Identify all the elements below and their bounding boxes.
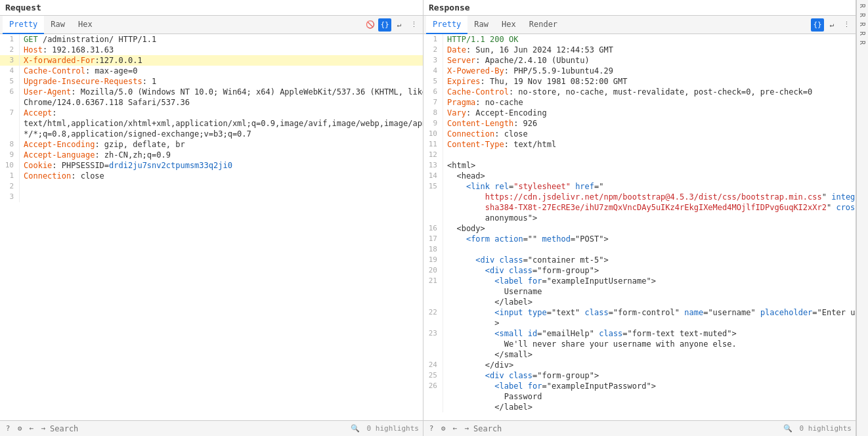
request-line-5: 5 Upgrade-Insecure-Requests: 1 (0, 76, 423, 87)
response-line-15a: 15 <link rel="stylesheet" href=" (423, 181, 856, 192)
response-gear-icon[interactable]: ⚙ (438, 424, 448, 434)
request-line-13: 3 (0, 192, 423, 202)
response-line-21b: Username (423, 286, 856, 297)
request-format-icon[interactable]: {} (378, 18, 391, 32)
response-line-26a: 26 <label for="exampleInputPassword"> (423, 381, 856, 391)
response-bottom-section: ? ⚙ ← → 🔍 (423, 424, 796, 434)
tab-response-render[interactable]: Render (523, 16, 564, 34)
response-line-5: 5 Expires: Thu, 19 Nov 1981 08:52:00 GMT (423, 76, 856, 87)
response-code-area: 1 HTTP/1.1 200 OK 2 Date: Sun, 16 Jun 20… (423, 34, 856, 420)
response-search-icon[interactable]: 🔍 (783, 424, 793, 434)
request-line-10: 10 Cookie: PHPSESSID=drdi2ju7snv2ctpumsm… (0, 160, 423, 171)
response-line-17: 17 <form action="" method="POST"> (423, 234, 856, 244)
request-next-icon[interactable]: → (38, 424, 49, 434)
request-search-input[interactable] (50, 424, 349, 433)
response-line-25: 25 <div class="form-group"> (423, 370, 856, 381)
tab-request-pretty[interactable]: Pretty (3, 16, 44, 34)
response-panel-wrapper: Response Pretty Raw Hex Render {} ↵ ⋮ 1 … (423, 0, 868, 436)
request-line-11: 1 Connection: close (0, 171, 423, 181)
response-line-10: 10 Connection: close (423, 129, 856, 139)
request-bottom-bar: ? ⚙ ← → 🔍 0 highlights (0, 420, 423, 436)
response-prev-icon[interactable]: ← (450, 424, 460, 434)
response-line-20: 20 <div class="form-group"> (423, 265, 856, 276)
response-line-22b: > (423, 318, 856, 328)
request-panel: Request Pretty Raw Hex 🚫 {} ↵ ⋮ 1 GET /a… (0, 0, 423, 436)
response-line-24: 24 </div> (423, 360, 856, 370)
response-next-icon[interactable]: → (462, 424, 472, 434)
response-question-icon[interactable]: ? (426, 424, 437, 434)
response-line-15d: anonymous"> (423, 213, 856, 223)
response-line-18: 18 (423, 244, 856, 255)
request-line-4: 4 Cache-Control: max-age=0 (0, 66, 423, 76)
response-line-8: 8 Vary: Accept-Encoding (423, 108, 856, 118)
side-panel-r1[interactable]: R (858, 3, 867, 9)
tab-response-raw[interactable]: Raw (467, 16, 495, 34)
response-title: Response (423, 0, 856, 16)
response-bottom-bar: ? ⚙ ← → 🔍 0 highlights (423, 420, 856, 436)
request-wrap-icon[interactable]: ↵ (393, 18, 406, 32)
response-more-icon[interactable]: ⋮ (840, 18, 853, 32)
response-panel: Response Pretty Raw Hex Render {} ↵ ⋮ 1 … (423, 0, 856, 436)
response-line-21c: </label> (423, 297, 856, 307)
request-line-6b: Chrome/124.0.6367.118 Safari/537.36 (0, 97, 423, 108)
response-line-4: 4 X-Powered-By: PHP/5.5.9-1ubuntu4.29 (423, 66, 856, 76)
request-search-icon[interactable]: 🔍 (350, 424, 360, 434)
side-panel-r3[interactable]: R (858, 21, 867, 28)
main-container: Request Pretty Raw Hex 🚫 {} ↵ ⋮ 1 GET /a… (0, 0, 868, 436)
side-panel: R R R R R (856, 0, 868, 436)
tab-request-hex[interactable]: Hex (72, 16, 99, 34)
response-line-23c: </small> (423, 349, 856, 360)
response-line-26b: Password (423, 391, 856, 402)
response-line-15c: sha384-TX8t-27EcRE3e/ihU7zmQxVncDAy5uIKz… (423, 202, 856, 213)
response-line-11: 11 Content-Type: text/html (423, 139, 856, 150)
response-line-16: 16 <body> (423, 223, 856, 234)
request-line-9: 9 Accept-Language: zh-CN,zh;q=0.9 (0, 150, 423, 160)
request-line-7c: */*;q=0.8,application/signed-exchange;v=… (0, 129, 423, 139)
request-line-7b: text/html,application/xhtml+xml,applicat… (0, 118, 423, 129)
response-line-6: 6 Cache-Control: no-store, no-cache, mus… (423, 87, 856, 97)
response-wrap-icon[interactable]: ↵ (825, 18, 838, 32)
request-tabs-bar: Pretty Raw Hex 🚫 {} ↵ ⋮ (0, 16, 423, 34)
request-line-2: 2 Host: 192.168.31.63 (0, 45, 423, 55)
response-line-22a: 22 <input type="text" class="form-contro… (423, 307, 856, 318)
request-line-7a: 7 Accept: (0, 108, 423, 118)
response-line-2: 2 Date: Sun, 16 Jun 2024 12:44:53 GMT (423, 45, 856, 55)
request-more-icon[interactable]: ⋮ (407, 18, 420, 32)
side-panel-r4[interactable]: R (858, 30, 867, 37)
response-line-23a: 23 <small id="emailHelp" class="form-tex… (423, 328, 856, 339)
request-line-8: 8 Accept-Encoding: gzip, deflate, br (0, 139, 423, 150)
tab-response-hex[interactable]: Hex (495, 16, 523, 34)
response-line-7: 7 Pragma: no-cache (423, 97, 856, 108)
response-line-14: 14 <head> (423, 171, 856, 181)
response-line-3: 3 Server: Apache/2.4.10 (Ubuntu) (423, 55, 856, 66)
response-highlights-badge: 0 highlights (796, 424, 856, 433)
response-format-icon[interactable]: {} (811, 18, 824, 32)
response-line-1: 1 HTTP/1.1 200 OK (423, 34, 856, 45)
response-line-21a: 21 <label for="exampleInputUsername"> (423, 276, 856, 286)
request-prev-icon[interactable]: ← (26, 424, 37, 434)
side-panel-r5[interactable]: R (858, 39, 867, 46)
request-eye-off-icon[interactable]: 🚫 (364, 18, 377, 32)
response-line-26c: </label> (423, 402, 856, 412)
response-line-23b: We'll never share your username with any… (423, 339, 856, 349)
response-line-15b: https://cdn.jsdelivr.net/npm/bootstrap@4… (423, 192, 856, 202)
response-line-19: 19 <div class="container mt-5"> (423, 255, 856, 265)
side-panel-r2[interactable]: R (858, 12, 867, 18)
tab-response-pretty[interactable]: Pretty (426, 16, 467, 34)
request-line-3: 3 X-forwarded-For:127.0.0.1 (0, 55, 423, 66)
response-search-input[interactable] (473, 424, 781, 433)
request-bottom-section: ? ⚙ ← → 🔍 (0, 424, 363, 434)
request-line-12: 2 (0, 181, 423, 192)
request-line-1: 1 GET /adminstration/ HTTP/1.1 (0, 34, 423, 45)
response-tabs-bar: Pretty Raw Hex Render {} ↵ ⋮ (423, 16, 856, 34)
request-title: Request (0, 0, 423, 16)
response-line-9: 9 Content-Length: 926 (423, 118, 856, 129)
response-line-12: 12 (423, 150, 856, 160)
request-gear-icon[interactable]: ⚙ (14, 424, 25, 434)
tab-request-raw[interactable]: Raw (44, 16, 72, 34)
response-line-13: 13 <html> (423, 160, 856, 171)
request-line-6a: 6 User-Agent: Mozilla/5.0 (Windows NT 10… (0, 87, 423, 97)
request-code-area: 1 GET /adminstration/ HTTP/1.1 2 Host: 1… (0, 34, 423, 420)
request-highlights-badge: 0 highlights (363, 424, 423, 433)
request-question-icon[interactable]: ? (3, 424, 13, 434)
